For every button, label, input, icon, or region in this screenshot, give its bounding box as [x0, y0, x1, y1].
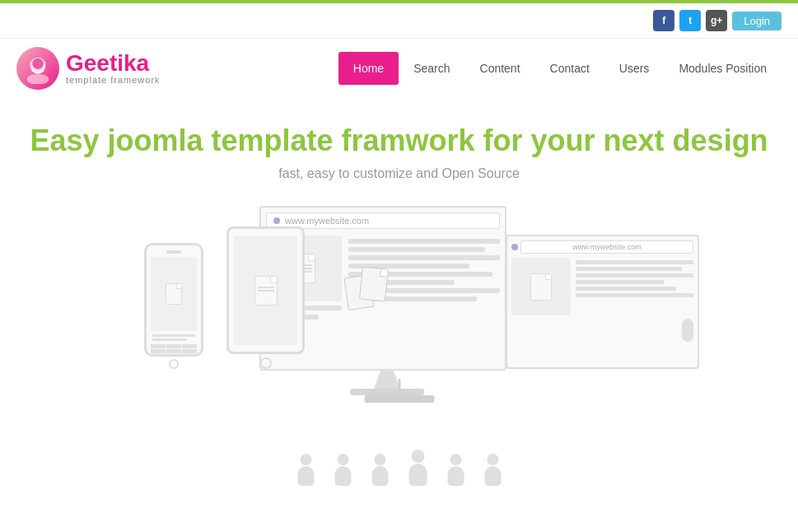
- main-nav: Home Search Content Contact Users Module…: [338, 52, 782, 85]
- logo-tagline: template framework: [66, 75, 161, 85]
- nav-item-search[interactable]: Search: [399, 52, 464, 85]
- logo-text: Geetika template framework: [66, 52, 161, 85]
- laptop-url: www.mywebsite.com: [520, 240, 693, 254]
- twitter-icon[interactable]: t: [679, 10, 701, 31]
- logo-icon: [16, 47, 59, 90]
- nav-item-home[interactable]: Home: [338, 52, 399, 85]
- person-silhouette-6: [484, 454, 501, 486]
- googleplus-icon[interactable]: g+: [706, 10, 727, 31]
- nav-item-modules-position[interactable]: Modules Position: [664, 52, 782, 85]
- person-silhouette-5: [447, 454, 464, 486]
- top-bar: f t g+ Login: [0, 3, 798, 39]
- logo-area: Geetika template framework: [16, 47, 161, 90]
- facebook-icon[interactable]: f: [653, 10, 674, 31]
- header: Geetika template framework Home Search C…: [0, 39, 798, 98]
- login-button[interactable]: Login: [732, 12, 782, 30]
- nav-item-contact[interactable]: Contact: [535, 52, 604, 85]
- person-silhouette-1: [297, 454, 314, 486]
- floating-doc-2: [359, 267, 389, 302]
- hero-section: Easy joomla template framwork for your n…: [0, 98, 798, 494]
- tablet-mockup: [226, 226, 305, 369]
- monitor-stand: [364, 379, 434, 403]
- svg-point-2: [32, 58, 43, 69]
- phone-mockup: [144, 243, 203, 369]
- svg-point-1: [27, 74, 49, 84]
- people-area: [297, 450, 501, 486]
- logo-name: Geetika: [66, 52, 161, 75]
- hero-subtitle: fast, easy to customize and Open Source: [16, 166, 782, 181]
- nav-item-users[interactable]: Users: [604, 52, 665, 85]
- devices-mockup: www.mywebsite.com: [16, 206, 782, 486]
- monitor-url: www.mywebsite.com: [285, 216, 369, 226]
- laptop-mockup: www.mywebsite.com: [506, 235, 699, 369]
- hero-title: Easy joomla template framwork for your n…: [16, 123, 782, 158]
- person-silhouette-2: [334, 454, 351, 486]
- person-silhouette-4: [408, 450, 427, 486]
- person-silhouette-3: [371, 454, 388, 486]
- nav-item-content[interactable]: Content: [465, 52, 535, 85]
